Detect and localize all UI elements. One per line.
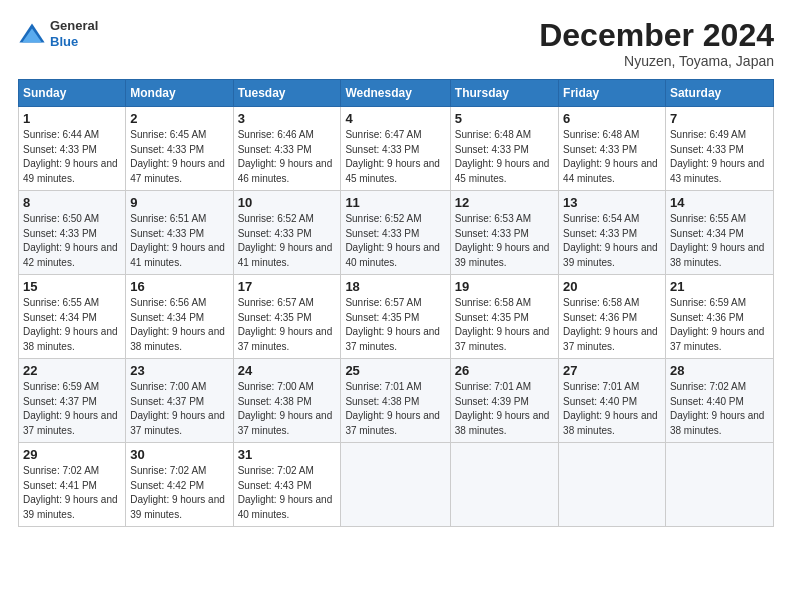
month-title: December 2024: [539, 18, 774, 53]
calendar-cell: 12Sunrise: 6:53 AMSunset: 4:33 PMDayligh…: [450, 191, 558, 275]
day-info: Sunrise: 7:01 AMSunset: 4:40 PMDaylight:…: [563, 380, 661, 438]
calendar-cell: 6Sunrise: 6:48 AMSunset: 4:33 PMDaylight…: [559, 107, 666, 191]
calendar-cell: 28Sunrise: 7:02 AMSunset: 4:40 PMDayligh…: [665, 359, 773, 443]
day-number: 30: [130, 447, 228, 462]
day-number: 4: [345, 111, 445, 126]
calendar-cell: 3Sunrise: 6:46 AMSunset: 4:33 PMDaylight…: [233, 107, 341, 191]
calendar-cell: 1Sunrise: 6:44 AMSunset: 4:33 PMDaylight…: [19, 107, 126, 191]
day-number: 17: [238, 279, 337, 294]
day-number: 12: [455, 195, 554, 210]
day-info: Sunrise: 6:48 AMSunset: 4:33 PMDaylight:…: [455, 128, 554, 186]
day-info: Sunrise: 6:46 AMSunset: 4:33 PMDaylight:…: [238, 128, 337, 186]
calendar-cell: 18Sunrise: 6:57 AMSunset: 4:35 PMDayligh…: [341, 275, 450, 359]
calendar-cell: 27Sunrise: 7:01 AMSunset: 4:40 PMDayligh…: [559, 359, 666, 443]
day-number: 21: [670, 279, 769, 294]
day-number: 10: [238, 195, 337, 210]
header-row: Sunday Monday Tuesday Wednesday Thursday…: [19, 80, 774, 107]
calendar-cell: 5Sunrise: 6:48 AMSunset: 4:33 PMDaylight…: [450, 107, 558, 191]
day-number: 11: [345, 195, 445, 210]
day-info: Sunrise: 7:02 AMSunset: 4:40 PMDaylight:…: [670, 380, 769, 438]
header: General Blue December 2024 Nyuzen, Toyam…: [18, 18, 774, 69]
day-info: Sunrise: 7:00 AMSunset: 4:37 PMDaylight:…: [130, 380, 228, 438]
calendar-week-row: 29Sunrise: 7:02 AMSunset: 4:41 PMDayligh…: [19, 443, 774, 527]
day-number: 8: [23, 195, 121, 210]
calendar-week-row: 22Sunrise: 6:59 AMSunset: 4:37 PMDayligh…: [19, 359, 774, 443]
day-info: Sunrise: 7:02 AMSunset: 4:42 PMDaylight:…: [130, 464, 228, 522]
day-info: Sunrise: 7:02 AMSunset: 4:41 PMDaylight:…: [23, 464, 121, 522]
day-number: 16: [130, 279, 228, 294]
day-info: Sunrise: 6:53 AMSunset: 4:33 PMDaylight:…: [455, 212, 554, 270]
title-block: December 2024 Nyuzen, Toyama, Japan: [539, 18, 774, 69]
day-number: 15: [23, 279, 121, 294]
calendar-cell: [665, 443, 773, 527]
day-info: Sunrise: 6:44 AMSunset: 4:33 PMDaylight:…: [23, 128, 121, 186]
logo: General Blue: [18, 18, 98, 49]
calendar-cell: 30Sunrise: 7:02 AMSunset: 4:42 PMDayligh…: [126, 443, 233, 527]
day-info: Sunrise: 6:50 AMSunset: 4:33 PMDaylight:…: [23, 212, 121, 270]
calendar-week-row: 15Sunrise: 6:55 AMSunset: 4:34 PMDayligh…: [19, 275, 774, 359]
day-number: 1: [23, 111, 121, 126]
calendar-cell: 21Sunrise: 6:59 AMSunset: 4:36 PMDayligh…: [665, 275, 773, 359]
col-tuesday: Tuesday: [233, 80, 341, 107]
day-info: Sunrise: 6:58 AMSunset: 4:36 PMDaylight:…: [563, 296, 661, 354]
calendar-cell: 19Sunrise: 6:58 AMSunset: 4:35 PMDayligh…: [450, 275, 558, 359]
day-number: 31: [238, 447, 337, 462]
day-number: 3: [238, 111, 337, 126]
calendar-cell: 20Sunrise: 6:58 AMSunset: 4:36 PMDayligh…: [559, 275, 666, 359]
calendar-cell: 22Sunrise: 6:59 AMSunset: 4:37 PMDayligh…: [19, 359, 126, 443]
day-info: Sunrise: 7:01 AMSunset: 4:38 PMDaylight:…: [345, 380, 445, 438]
calendar-cell: 10Sunrise: 6:52 AMSunset: 4:33 PMDayligh…: [233, 191, 341, 275]
day-number: 5: [455, 111, 554, 126]
col-wednesday: Wednesday: [341, 80, 450, 107]
day-number: 29: [23, 447, 121, 462]
day-number: 22: [23, 363, 121, 378]
day-info: Sunrise: 6:45 AMSunset: 4:33 PMDaylight:…: [130, 128, 228, 186]
day-info: Sunrise: 6:48 AMSunset: 4:33 PMDaylight:…: [563, 128, 661, 186]
calendar-cell: 16Sunrise: 6:56 AMSunset: 4:34 PMDayligh…: [126, 275, 233, 359]
day-number: 27: [563, 363, 661, 378]
col-thursday: Thursday: [450, 80, 558, 107]
day-info: Sunrise: 6:57 AMSunset: 4:35 PMDaylight:…: [238, 296, 337, 354]
day-info: Sunrise: 6:55 AMSunset: 4:34 PMDaylight:…: [23, 296, 121, 354]
day-info: Sunrise: 6:56 AMSunset: 4:34 PMDaylight:…: [130, 296, 228, 354]
day-number: 25: [345, 363, 445, 378]
day-number: 6: [563, 111, 661, 126]
day-number: 2: [130, 111, 228, 126]
day-info: Sunrise: 7:00 AMSunset: 4:38 PMDaylight:…: [238, 380, 337, 438]
col-sunday: Sunday: [19, 80, 126, 107]
calendar-cell: 17Sunrise: 6:57 AMSunset: 4:35 PMDayligh…: [233, 275, 341, 359]
day-number: 23: [130, 363, 228, 378]
calendar-cell: 11Sunrise: 6:52 AMSunset: 4:33 PMDayligh…: [341, 191, 450, 275]
day-number: 7: [670, 111, 769, 126]
calendar-table: Sunday Monday Tuesday Wednesday Thursday…: [18, 79, 774, 527]
calendar-body: 1Sunrise: 6:44 AMSunset: 4:33 PMDaylight…: [19, 107, 774, 527]
calendar-cell: [559, 443, 666, 527]
day-info: Sunrise: 6:54 AMSunset: 4:33 PMDaylight:…: [563, 212, 661, 270]
calendar-week-row: 1Sunrise: 6:44 AMSunset: 4:33 PMDaylight…: [19, 107, 774, 191]
day-number: 28: [670, 363, 769, 378]
calendar-cell: 31Sunrise: 7:02 AMSunset: 4:43 PMDayligh…: [233, 443, 341, 527]
day-number: 9: [130, 195, 228, 210]
logo-text: General Blue: [50, 18, 98, 49]
calendar-cell: 2Sunrise: 6:45 AMSunset: 4:33 PMDaylight…: [126, 107, 233, 191]
day-info: Sunrise: 7:02 AMSunset: 4:43 PMDaylight:…: [238, 464, 337, 522]
day-info: Sunrise: 6:47 AMSunset: 4:33 PMDaylight:…: [345, 128, 445, 186]
calendar-cell: [341, 443, 450, 527]
calendar-cell: 7Sunrise: 6:49 AMSunset: 4:33 PMDaylight…: [665, 107, 773, 191]
col-monday: Monday: [126, 80, 233, 107]
logo-icon: [18, 20, 46, 48]
day-number: 26: [455, 363, 554, 378]
calendar-cell: 8Sunrise: 6:50 AMSunset: 4:33 PMDaylight…: [19, 191, 126, 275]
calendar-cell: 15Sunrise: 6:55 AMSunset: 4:34 PMDayligh…: [19, 275, 126, 359]
day-number: 13: [563, 195, 661, 210]
day-number: 20: [563, 279, 661, 294]
day-info: Sunrise: 6:55 AMSunset: 4:34 PMDaylight:…: [670, 212, 769, 270]
col-saturday: Saturday: [665, 80, 773, 107]
col-friday: Friday: [559, 80, 666, 107]
day-info: Sunrise: 6:51 AMSunset: 4:33 PMDaylight:…: [130, 212, 228, 270]
day-info: Sunrise: 6:57 AMSunset: 4:35 PMDaylight:…: [345, 296, 445, 354]
calendar-cell: 24Sunrise: 7:00 AMSunset: 4:38 PMDayligh…: [233, 359, 341, 443]
calendar-cell: [450, 443, 558, 527]
day-number: 19: [455, 279, 554, 294]
logo-general: General: [50, 18, 98, 34]
